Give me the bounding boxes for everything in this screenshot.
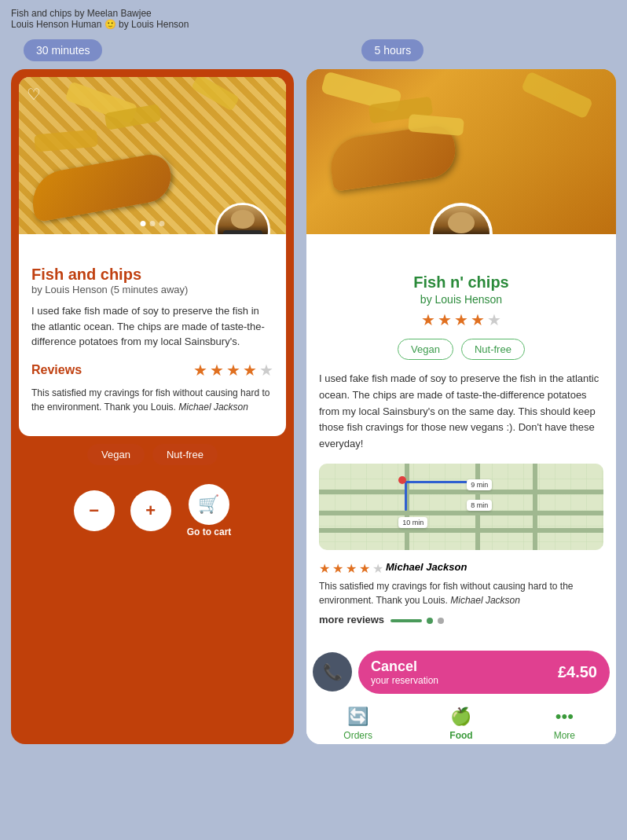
cart-action[interactable]: 🛒 Go to cart [187, 484, 232, 537]
right-star-5: ★ [487, 310, 501, 329]
reviews-label: Reviews [31, 363, 82, 377]
increment-button[interactable]: + [130, 490, 171, 531]
map-road-3 [319, 528, 603, 533]
star-4: ★ [243, 361, 257, 380]
rev-star-1: ★ [319, 561, 330, 576]
map-label-1: 9 min [467, 479, 492, 490]
phone-button[interactable]: 📞 [313, 652, 352, 691]
left-card-content: Fish and chips by Louis Henson (5 minute… [19, 234, 286, 436]
reviews-section: Reviews ★ ★ ★ ★ ★ [31, 361, 273, 380]
right-food-image [306, 69, 616, 234]
map-background [319, 464, 603, 550]
nav-more[interactable]: ••• More [513, 706, 616, 741]
food-icon: 🍏 [450, 706, 471, 727]
chef-silhouette-right [433, 206, 490, 234]
nav-food[interactable]: 🍏 Food [409, 706, 512, 741]
dot-1 [427, 618, 433, 624]
rev-star-5: ★ [372, 561, 383, 576]
cancel-title: Cancel [371, 658, 438, 675]
review-dots [390, 618, 444, 624]
cancel-button[interactable]: Cancel your reservation £4.50 [358, 651, 610, 694]
map-container[interactable]: 9 min 8 min 10 min [319, 464, 603, 550]
more-reviews-row: more reviews [319, 614, 603, 632]
right-star-4: ★ [471, 310, 485, 329]
left-card-subtitle: by Louis Henson (5 minutes away) [31, 284, 273, 295]
review-bar [390, 619, 422, 622]
header-subtitle: Louis Henson Human 🙂 by Louis Henson [11, 19, 616, 30]
right-star-2: ★ [438, 310, 452, 329]
vegan-tag-left[interactable]: Vegan [87, 444, 145, 465]
rev-star-2: ★ [332, 561, 343, 576]
review-section-right: ★ ★ ★ ★ ★ Michael Jackson This satisfied… [319, 561, 603, 607]
dot-2 [438, 618, 444, 624]
left-card-inner: ♡ Fish and chips by Louis H [19, 77, 286, 436]
left-food-image: ♡ [19, 77, 286, 234]
cards-container: ♡ Fish and chips by Louis H [0, 69, 627, 744]
reviewer-name-left: Michael Jackson [178, 402, 248, 413]
rev-star-4: ★ [359, 561, 370, 576]
cancel-price: £4.50 [558, 663, 597, 681]
right-time-badge: 5 hours [361, 39, 424, 61]
star-rating: ★ ★ ★ ★ ★ [193, 361, 273, 380]
vegan-tag-right[interactable]: Vegan [398, 339, 453, 360]
more-icon: ••• [556, 706, 574, 727]
header-title: Fish and chips by Meelan Bawjee [11, 8, 616, 19]
review-stars-right: ★ ★ ★ ★ ★ Michael Jackson [319, 561, 603, 576]
nav-orders[interactable]: 🔄 Orders [306, 706, 409, 741]
orders-icon: 🔄 [347, 706, 368, 727]
cancel-text: Cancel your reservation [371, 658, 438, 686]
header: Fish and chips by Meelan Bawjee Louis He… [0, 0, 627, 35]
right-card: Fish n' chips by Louis Henson ★ ★ ★ ★ ★ … [306, 69, 616, 744]
nutfree-tag-right[interactable]: Nut-free [461, 339, 525, 360]
chef-silhouette [218, 205, 268, 234]
review-text-left: This satisfied my cravings for fish with… [31, 386, 273, 414]
left-card-description: I used fake fish made of soy to preserve… [31, 303, 273, 350]
more-reviews-label[interactable]: more reviews [319, 614, 384, 625]
map-road-1 [319, 490, 603, 494]
left-tags: Vegan Nut-free [11, 436, 294, 473]
left-card-title: Fish and chips [31, 266, 273, 284]
reviewer-italic: Michael Jackson [450, 595, 520, 606]
right-star-3: ★ [454, 310, 468, 329]
cancel-subtitle: your reservation [371, 675, 438, 686]
map-road-6 [533, 464, 537, 550]
review-text-right: This satisfied my cravings for fish with… [319, 579, 603, 607]
right-card-content: Fish n' chips by Louis Henson ★ ★ ★ ★ ★ … [306, 234, 616, 644]
right-card-author: by Louis Henson [319, 293, 603, 306]
star-1: ★ [193, 361, 207, 380]
orders-label: Orders [343, 730, 372, 741]
heart-icon[interactable]: ♡ [27, 85, 41, 104]
right-star-rating: ★ ★ ★ ★ ★ [319, 310, 603, 329]
time-badges: 30 minutes 5 hours [0, 35, 627, 69]
nutfree-tag-left[interactable]: Nut-free [152, 444, 218, 465]
more-label: More [554, 730, 575, 741]
left-time-badge: 30 minutes [24, 39, 102, 61]
route-segment-2 [405, 481, 476, 483]
right-tags: Vegan Nut-free [319, 339, 603, 360]
reviewer-name-right: Michael Jackson [386, 561, 467, 576]
cart-icon: 🛒 [189, 484, 229, 525]
food-label: Food [449, 730, 472, 741]
right-card-title: Fish n' chips [319, 273, 603, 292]
right-description: I used fake fish made of soy to preserve… [319, 371, 603, 453]
right-star-1: ★ [421, 310, 435, 329]
left-actions: − + 🛒 Go to cart [11, 473, 294, 548]
star-3: ★ [226, 361, 240, 380]
rev-star-3: ★ [346, 561, 357, 576]
star-2: ★ [210, 361, 224, 380]
image-dots [141, 221, 165, 226]
bottom-nav: 🔄 Orders 🍏 Food ••• More [306, 700, 616, 744]
map-label-3: 10 min [398, 517, 427, 528]
decrement-button[interactable]: − [74, 490, 115, 531]
route-segment-1 [405, 481, 407, 512]
cart-label: Go to cart [187, 526, 232, 537]
map-road-2 [319, 511, 603, 515]
bottom-bar: 📞 Cancel your reservation £4.50 [306, 644, 616, 700]
map-label-2: 8 min [467, 500, 492, 511]
star-5: ★ [259, 361, 273, 380]
left-card: ♡ Fish and chips by Louis H [11, 69, 294, 744]
